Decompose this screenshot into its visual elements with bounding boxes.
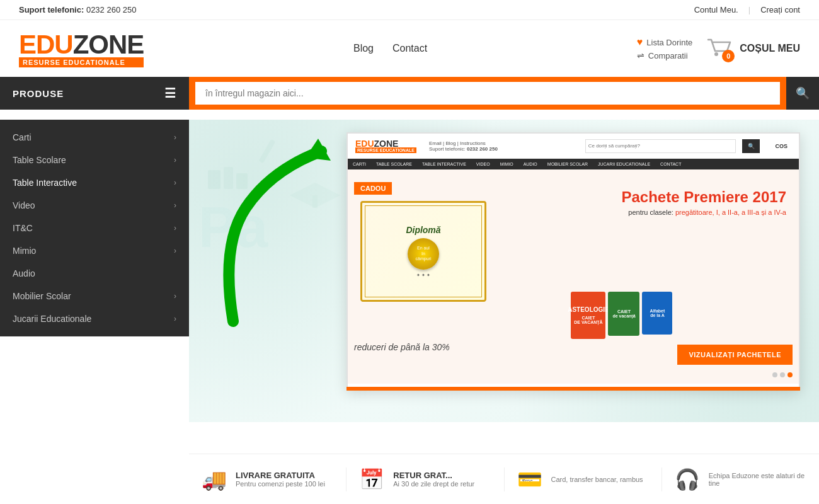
delivery-text: LIVRARE GRATUITA Pentru comenzi peste 10… bbox=[236, 471, 325, 488]
return-subtitle: Ai 30 de zile drept de retur bbox=[393, 480, 474, 488]
return-title: RETUR GRAT... bbox=[393, 471, 474, 480]
menu-item-itc[interactable]: IT&C › bbox=[0, 217, 189, 239]
menu-item-audio[interactable]: Audio bbox=[0, 262, 189, 285]
book-3: Alfabet de la A bbox=[642, 292, 672, 335]
headset-icon: 🎧 bbox=[675, 467, 700, 491]
svg-rect-10 bbox=[312, 195, 318, 208]
svg-rect-4 bbox=[236, 173, 248, 189]
bottom-payment: 💳 Card, transfer bancar, rambus bbox=[505, 467, 662, 491]
books-display: ASTEOLOGIE CAIET DE VACANȚĂ CAIET de vac… bbox=[571, 292, 736, 339]
bottom-bar: 🚚 LIVRARE GRATUITA Pentru comenzi peste … bbox=[189, 454, 819, 504]
mini-nav-jucarii[interactable]: JUCARII EDUCATIONALE bbox=[593, 159, 655, 169]
bottom-return: 📅 RETUR GRAT... Ai 30 de zile drept de r… bbox=[346, 467, 504, 491]
dot-3 bbox=[788, 372, 793, 377]
dot-2 bbox=[780, 372, 785, 377]
site-header: EDUZONE RESURSE EDUCATIONALE Blog Contac… bbox=[0, 20, 819, 77]
search-icon: 🔍 bbox=[796, 86, 810, 100]
diploma-title: Diplomă bbox=[406, 225, 440, 235]
pachete-info: Pachete Premiere 2017 pentru clasele: pr… bbox=[621, 188, 786, 276]
mini-nav-mimio[interactable]: MIMIO bbox=[495, 159, 518, 169]
hamburger-icon: ☰ bbox=[164, 86, 176, 101]
delivery-title: LIVRARE GRATUITA bbox=[236, 471, 325, 480]
main-content: Pa EDUZONE RESURSE EDUCATIONALE Email | … bbox=[189, 120, 819, 504]
header-right: ♥ Lista Dorinte ⇌ Comparatii 0 COȘUL MEU bbox=[637, 35, 800, 62]
search-input[interactable] bbox=[195, 82, 780, 105]
mini-search-btn[interactable]: 🔍 bbox=[742, 139, 760, 153]
mini-header: EDUZONE RESURSE EDUCATIONALE Email | Blo… bbox=[348, 134, 799, 159]
calendar-icon: 📅 bbox=[359, 467, 384, 491]
diploma-text: ✦ ✦ ✦ bbox=[416, 273, 430, 278]
book-1: ASTEOLOGIE CAIET DE VACANȚĂ bbox=[571, 292, 605, 339]
diploma-medal: En aul în câmpuri bbox=[408, 238, 439, 270]
menu-item-table-scolare[interactable]: Table Scolare › bbox=[0, 149, 189, 171]
wishlist-button[interactable]: ♥ Lista Dorinte bbox=[637, 37, 692, 48]
phone-label: Suport telefonic: bbox=[19, 5, 84, 14]
compare-button[interactable]: ⇌ Comparatii bbox=[637, 50, 692, 60]
menu-item-mobilier[interactable]: Mobilier Scolar › bbox=[0, 285, 189, 307]
reduceri-text: reduceri de până la 30% bbox=[354, 342, 450, 352]
search-wrap bbox=[189, 77, 786, 110]
background-text: Pa bbox=[198, 195, 268, 260]
header-nav: Blog Contact bbox=[353, 43, 427, 54]
pachete-title: Pachete Premiere 2017 bbox=[621, 188, 786, 206]
chevron-icon: › bbox=[174, 133, 176, 142]
mini-search-bar bbox=[585, 139, 736, 153]
bottom-delivery: 🚚 LIVRARE GRATUITA Pentru comenzi peste … bbox=[189, 467, 346, 491]
search-button[interactable]: 🔍 bbox=[786, 77, 819, 110]
support-text: Echipa Eduzone este alaturi de tine bbox=[709, 472, 806, 487]
vizualizati-button[interactable]: VIZUALIZAȚI PACHETELE bbox=[677, 345, 793, 365]
chevron-icon: › bbox=[174, 246, 176, 255]
logo-edu: EDU bbox=[19, 30, 73, 59]
produse-label: PRODUSE bbox=[13, 88, 64, 99]
support-info: Suport telefonic: 0232 260 250 bbox=[19, 5, 136, 14]
menu-item-mimio[interactable]: Mimio › bbox=[0, 239, 189, 262]
mini-preview: EDUZONE RESURSE EDUCATIONALE Email | Blo… bbox=[346, 132, 800, 391]
mini-nav-table-scolare[interactable]: TABLE SCOLARE bbox=[371, 159, 417, 169]
delivery-subtitle: Pentru comenzi peste 100 lei bbox=[236, 480, 325, 488]
mini-nav-carti[interactable]: CARTI bbox=[348, 159, 371, 169]
orange-bottom-bar bbox=[346, 387, 800, 391]
nav-blog[interactable]: Blog bbox=[353, 43, 374, 54]
mini-search-input[interactable] bbox=[586, 143, 736, 149]
orange-bar: PRODUSE ☰ 🔍 bbox=[0, 77, 819, 110]
svg-rect-2 bbox=[208, 170, 220, 189]
mini-nav-contact[interactable]: CONTACT bbox=[655, 159, 686, 169]
mini-contact-info: Email | Blog | Instructions Suport telef… bbox=[423, 140, 579, 152]
menu-item-table-interactive[interactable]: Table Interactive › bbox=[0, 171, 189, 194]
heart-icon: ♥ bbox=[637, 37, 643, 48]
return-text: RETUR GRAT... Ai 30 de zile drept de ret… bbox=[393, 471, 474, 488]
svg-marker-11 bbox=[306, 139, 331, 161]
slider-dots bbox=[772, 372, 793, 377]
logo-text: EDUZONE bbox=[19, 30, 144, 60]
top-bar-right: Contul Meu. | Creați cont bbox=[694, 5, 800, 14]
menu-item-jucarii[interactable]: Jucarii Educationale › bbox=[0, 307, 189, 330]
mini-nav-audio[interactable]: AUDIO bbox=[518, 159, 542, 169]
separator: | bbox=[748, 5, 750, 14]
menu-item-carti[interactable]: Carti › bbox=[0, 126, 189, 149]
cart-button[interactable]: 0 COȘUL MEU bbox=[705, 35, 800, 62]
my-account-link[interactable]: Contul Meu. bbox=[694, 5, 738, 14]
nav-contact[interactable]: Contact bbox=[392, 43, 427, 54]
compare-icon: ⇌ bbox=[637, 50, 644, 60]
chevron-icon: › bbox=[174, 314, 176, 323]
diploma-display: Diplomă En aul în câmpuri ✦ ✦ ✦ bbox=[360, 201, 486, 302]
svg-rect-8 bbox=[259, 139, 276, 164]
create-account-link[interactable]: Creați cont bbox=[760, 5, 800, 14]
dropdown-menu: Carti › Table Scolare › Table Interactiv… bbox=[0, 120, 189, 336]
payment-text: Card, transfer bancar, rambus bbox=[551, 476, 643, 483]
mini-nav-mobilier[interactable]: MOBILIER SCOLAR bbox=[542, 159, 593, 169]
mini-cos-label: COS bbox=[771, 143, 791, 149]
logo[interactable]: EDUZONE RESURSE EDUCATIONALE bbox=[19, 30, 144, 67]
chevron-icon: › bbox=[174, 156, 176, 164]
mini-banner: CADOU Diplomă En aul în câmpuri ✦ ✦ ✦ bbox=[348, 169, 799, 384]
top-bar: Suport telefonic: 0232 260 250 Contul Me… bbox=[0, 0, 819, 20]
mini-nav-video[interactable]: VIDEO bbox=[471, 159, 495, 169]
mini-nav-table-interactive[interactable]: TABLE INTERACTIVE bbox=[417, 159, 471, 169]
menu-list: Carti › Table Scolare › Table Interactiv… bbox=[0, 126, 189, 330]
menu-item-video[interactable]: Video › bbox=[0, 194, 189, 217]
svg-rect-3 bbox=[224, 167, 233, 189]
cart-label: COȘUL MEU bbox=[740, 43, 800, 54]
produse-button[interactable]: PRODUSE ☰ bbox=[0, 77, 189, 110]
svg-point-0 bbox=[714, 52, 718, 56]
bottom-support: 🎧 Echipa Eduzone este alaturi de tine bbox=[662, 467, 819, 491]
